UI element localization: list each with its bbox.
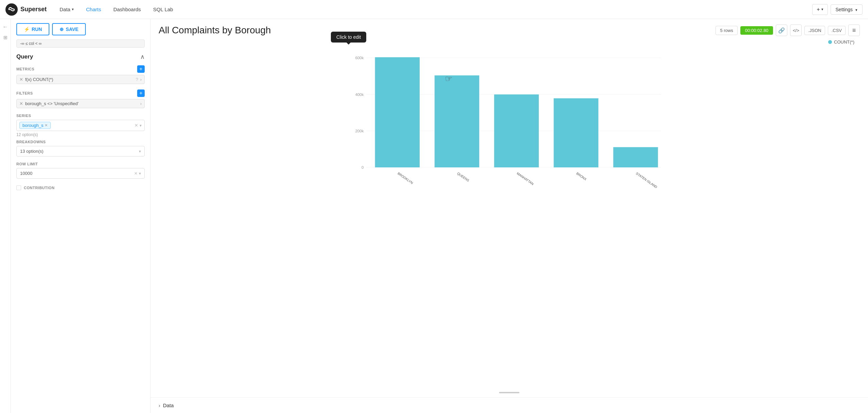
metrics-remove-icon[interactable]: ✕: [19, 77, 23, 82]
svg-text:BROOKLYN: BROOKLYN: [397, 171, 414, 185]
chart-area: Click to edit All Complaints by Borough …: [150, 19, 868, 413]
svg-text:☞: ☞: [445, 74, 452, 83]
filters-tag-row: ✕ borough_s <> 'Unspecified' ›: [16, 99, 145, 108]
bar-bronx[interactable]: [554, 98, 598, 167]
contribution-checkbox[interactable]: [16, 185, 21, 190]
sidebar-icon-arrow[interactable]: ←: [3, 24, 8, 30]
series-options-count: 12 option(s): [16, 132, 145, 137]
save-button[interactable]: ⊕ SAVE: [52, 23, 86, 35]
nav-dashboards[interactable]: Dashboards: [109, 4, 146, 15]
filters-label: FILTERS: [16, 91, 33, 95]
json-btn[interactable]: .JSON: [804, 26, 825, 35]
chart-meta: 5 rows 00:00:02.80 🔗 </> .JSON .CSV ≡: [716, 24, 860, 36]
sidebar-icon-panel: ← ⊞: [0, 19, 11, 413]
metrics-add-btn[interactable]: +: [137, 65, 145, 73]
time-badge: 00:00:02.80: [740, 26, 773, 35]
series-group: SERIES borough_s ✕ ✕ ▾ 12 option(s): [16, 114, 145, 137]
filters-expand-icon[interactable]: ›: [140, 101, 142, 106]
run-icon: ⚡: [24, 27, 30, 32]
code-icon-btn[interactable]: </>: [790, 24, 802, 36]
filters-remove-icon[interactable]: ✕: [19, 101, 23, 106]
chart-legend: COUNT(*): [150, 39, 868, 45]
svg-text:BRONX: BRONX: [576, 171, 588, 181]
range-badge: -∞ ≤ col < ∞: [16, 39, 145, 48]
svg-text:400k: 400k: [355, 93, 364, 97]
svg-text:STATEN ISLAND: STATEN ISLAND: [635, 171, 658, 189]
app-name: Superset: [20, 6, 47, 13]
bar-chart-container: 600k 400k 200k 0 BROOKLYN QUEENS MANHATT: [150, 46, 868, 397]
bar-brooklyn[interactable]: [375, 57, 420, 167]
row-limit-group: ROW LIMIT 10000 ✕ ▾: [16, 162, 145, 179]
nav-settings-button[interactable]: Settings ▾: [831, 4, 863, 15]
metrics-group: METRICS + ✕ f(x) COUNT(*) ? ›: [16, 65, 145, 84]
link-icon-btn[interactable]: 🔗: [776, 24, 787, 36]
run-button[interactable]: ⚡ RUN: [16, 23, 49, 35]
main-area: ← ⊞ ⚡ RUN ⊕ SAVE -∞ ≤ col < ∞ Query ∧: [0, 19, 868, 413]
svg-point-0: [5, 3, 18, 16]
metrics-label-row: METRICS +: [16, 65, 145, 73]
more-options-btn[interactable]: ≡: [848, 24, 860, 36]
breakdowns-arrow-icon: ▾: [139, 149, 141, 154]
legend-label: COUNT(*): [834, 39, 854, 45]
svg-text:0: 0: [361, 165, 364, 169]
chart-title: All Complaints by Borough: [159, 25, 711, 36]
plus-icon: +: [817, 6, 820, 13]
breakdowns-label: BREAKDOWNS: [16, 140, 145, 144]
scroll-indicator: [499, 392, 519, 393]
svg-text:QUEENS: QUEENS: [456, 171, 470, 182]
metrics-info-icon[interactable]: ?: [136, 77, 138, 82]
query-title: Query: [16, 53, 33, 60]
metrics-expand-icon[interactable]: ›: [140, 77, 142, 82]
breakdowns-value: 13 option(s): [20, 149, 139, 154]
nav-data-arrow: ▾: [72, 7, 74, 12]
series-input[interactable]: borough_s ✕ ✕ ▾: [16, 120, 145, 131]
nav-add-button[interactable]: + ▾: [812, 4, 827, 15]
filters-label-row: FILTERS +: [16, 89, 145, 97]
metrics-tag-row: ✕ f(x) COUNT(*) ? ›: [16, 75, 145, 84]
query-section-header: Query ∧: [16, 53, 145, 61]
bar-manhattan[interactable]: [494, 95, 539, 167]
series-tag: borough_s ✕: [19, 122, 51, 129]
filters-add-btn[interactable]: +: [137, 89, 145, 97]
nav-charts[interactable]: Charts: [81, 4, 106, 15]
svg-text:200k: 200k: [355, 129, 364, 133]
nav-sql-lab[interactable]: SQL Lab: [148, 4, 178, 15]
metrics-value: f(x) COUNT(*): [25, 77, 136, 82]
data-section-arrow-icon: ›: [159, 403, 160, 408]
settings-arrow: ▾: [855, 8, 857, 12]
bar-chart-svg: 600k 400k 200k 0 BROOKLYN QUEENS MANHATT: [157, 46, 858, 189]
row-limit-select[interactable]: 10000 ✕ ▾: [16, 168, 145, 179]
rows-badge: 5 rows: [716, 26, 737, 35]
row-limit-label: ROW LIMIT: [16, 162, 145, 166]
bar-staten-island[interactable]: [613, 147, 658, 168]
topnav: Superset Data ▾ Charts Dashboards SQL La…: [0, 0, 868, 19]
bar-queens[interactable]: [435, 76, 479, 167]
contribution-row: CONTRIBUTION: [16, 185, 145, 190]
query-collapse-icon[interactable]: ∧: [140, 53, 145, 61]
metrics-label: METRICS: [16, 67, 34, 71]
csv-btn[interactable]: .CSV: [828, 26, 846, 35]
filters-group: FILTERS + ✕ borough_s <> 'Unspecified' ›: [16, 89, 145, 108]
series-dropdown-icon[interactable]: ▾: [140, 123, 142, 128]
nav-data[interactable]: Data ▾: [55, 4, 79, 15]
breakdowns-select[interactable]: 13 option(s) ▾: [16, 146, 145, 156]
chart-header: All Complaints by Borough 5 rows 00:00:0…: [150, 19, 868, 39]
breakdowns-group: BREAKDOWNS 13 option(s) ▾: [16, 140, 145, 156]
row-limit-arrow-icon: ▾: [139, 171, 141, 176]
left-panel: ⚡ RUN ⊕ SAVE -∞ ≤ col < ∞ Query ∧ METRIC…: [11, 19, 150, 413]
contribution-label: CONTRIBUTION: [24, 186, 54, 190]
panel-toolbar: ⚡ RUN ⊕ SAVE: [16, 23, 145, 35]
nav-add-arrow: ▾: [821, 7, 823, 12]
svg-text:600k: 600k: [355, 56, 364, 60]
superset-logo-icon: [5, 3, 18, 16]
filters-value: borough_s <> 'Unspecified': [25, 101, 140, 106]
sidebar-icon-grid[interactable]: ⊞: [3, 35, 7, 40]
data-section[interactable]: › Data: [150, 397, 868, 413]
series-tag-remove[interactable]: ✕: [45, 123, 48, 128]
svg-text:MANHATTAN: MANHATTAN: [516, 171, 534, 186]
logo-area: Superset: [5, 3, 47, 16]
save-icon: ⊕: [60, 27, 64, 32]
row-limit-clear-icon[interactable]: ✕: [134, 171, 138, 176]
legend-color-dot: [828, 40, 832, 44]
series-clear-icon[interactable]: ✕: [134, 123, 138, 128]
